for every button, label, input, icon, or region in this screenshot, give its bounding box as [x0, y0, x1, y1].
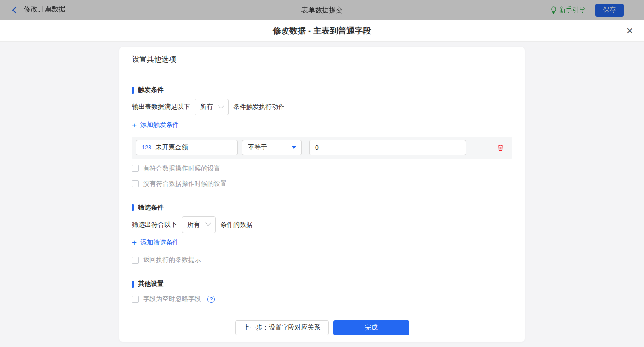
checkbox-unchecked[interactable] — [132, 257, 139, 264]
back-label[interactable]: 修改开票数据 — [24, 5, 65, 15]
close-icon[interactable]: × — [627, 25, 633, 36]
condition-field-name: 未开票金额 — [156, 143, 188, 152]
trigger-sentence-prefix: 输出表数据满足以下 — [132, 103, 190, 111]
trigger-match-sentence: 输出表数据满足以下 所有 条件触发执行动作 — [132, 99, 512, 115]
trash-icon — [497, 144, 504, 152]
trigger-match-select[interactable]: 所有 — [195, 99, 229, 115]
save-button[interactable]: 保存 — [595, 4, 624, 17]
trigger-sentence-suffix: 条件触发执行动作 — [233, 103, 285, 111]
other-section-label: 其他设置 — [138, 280, 164, 288]
ignore-empty-field-label: 字段为空时忽略字段 — [143, 295, 201, 303]
chevron-down-icon — [205, 220, 211, 226]
section-accent-bar — [132, 281, 134, 288]
caret-down-icon — [292, 146, 296, 149]
trigger-section-title: 触发条件 — [132, 86, 512, 94]
section-accent-bar — [132, 87, 134, 94]
done-button[interactable]: 完成 — [334, 320, 409, 335]
condition-operator-value: 不等于 — [242, 143, 267, 152]
previous-step-button[interactable]: 上一步：设置字段对应关系 — [235, 320, 329, 335]
add-trigger-condition-link[interactable]: + 添加触发条件 — [132, 121, 179, 129]
ignore-empty-field-checkbox-row[interactable]: 字段为空时忽略字段 ? — [132, 295, 512, 303]
back-button[interactable]: 修改开票数据 — [11, 5, 65, 15]
trigger-match-select-value: 所有 — [200, 103, 213, 111]
card-header-title: 设置其他选项 — [119, 47, 525, 72]
trigger-section-label: 触发条件 — [138, 86, 164, 94]
chevron-down-icon — [218, 102, 224, 108]
has-match-settings-checkbox-row[interactable]: 有符合数据操作时候的设置 — [132, 165, 512, 173]
filter-match-select[interactable]: 所有 — [182, 216, 216, 233]
condition-field-select[interactable]: 123 未开票金额 — [136, 140, 238, 155]
checkbox-unchecked[interactable] — [132, 296, 139, 303]
add-trigger-condition-label: 添加触发条件 — [140, 121, 179, 129]
filter-match-select-value: 所有 — [187, 221, 200, 229]
count-tip-label: 返回执行的条数提示 — [143, 256, 201, 264]
help-question-icon[interactable]: ? — [207, 296, 215, 303]
card-footer: 上一步：设置字段对应关系 完成 — [119, 313, 525, 342]
beginner-guide-label: 新手引导 — [559, 6, 585, 14]
other-section-title: 其他设置 — [132, 280, 512, 288]
no-match-settings-checkbox-row[interactable]: 没有符合数据操作时候的设置 — [132, 180, 512, 188]
checkbox-unchecked[interactable] — [132, 165, 139, 172]
top-toolbar: 修改开票数据 表单数据提交 新手引导 保存 — [0, 0, 644, 20]
beginner-guide-button[interactable]: 新手引导 — [550, 6, 585, 14]
section-accent-bar — [132, 204, 134, 211]
field-type-number-badge: 123 — [142, 144, 152, 151]
condition-value-input[interactable] — [309, 140, 466, 155]
modal-title: 修改数据 - 主表到普通字段 — [273, 25, 371, 36]
checkbox-unchecked[interactable] — [132, 180, 139, 187]
card-body: 触发条件 输出表数据满足以下 所有 条件触发执行动作 + 添加触发条件 123 … — [119, 72, 525, 313]
add-filter-condition-label: 添加筛选条件 — [140, 239, 179, 247]
toolbar-title: 表单数据提交 — [0, 6, 644, 15]
count-tip-checkbox-row[interactable]: 返回执行的条数提示 — [132, 256, 512, 264]
back-chevron-icon — [11, 6, 17, 14]
no-match-settings-label: 没有符合数据操作时候的设置 — [143, 180, 227, 188]
delete-condition-button[interactable] — [497, 144, 504, 152]
operator-dropdown-zone[interactable] — [286, 140, 301, 155]
filter-match-sentence: 筛选出符合以下 所有 条件的数据 — [132, 216, 512, 233]
condition-operator-select[interactable]: 不等于 — [242, 140, 302, 155]
filter-sentence-suffix: 条件的数据 — [220, 221, 253, 229]
modal-header: 修改数据 - 主表到普通字段 × — [0, 20, 644, 42]
plus-icon: + — [132, 239, 137, 246]
plus-icon: + — [132, 121, 137, 129]
lightbulb-icon — [550, 6, 557, 14]
filter-sentence-prefix: 筛选出符合以下 — [132, 221, 177, 229]
filter-section-title: 筛选条件 — [132, 204, 512, 212]
has-match-settings-label: 有符合数据操作时候的设置 — [143, 165, 220, 173]
add-filter-condition-link[interactable]: + 添加筛选条件 — [132, 239, 179, 247]
filter-section-label: 筛选条件 — [138, 204, 164, 212]
trigger-condition-row: 123 未开票金额 不等于 — [132, 137, 512, 159]
options-card: 设置其他选项 触发条件 输出表数据满足以下 所有 条件触发执行动作 + 添加触发… — [119, 47, 525, 342]
modal-body: 设置其他选项 触发条件 输出表数据满足以下 所有 条件触发执行动作 + 添加触发… — [0, 42, 644, 347]
